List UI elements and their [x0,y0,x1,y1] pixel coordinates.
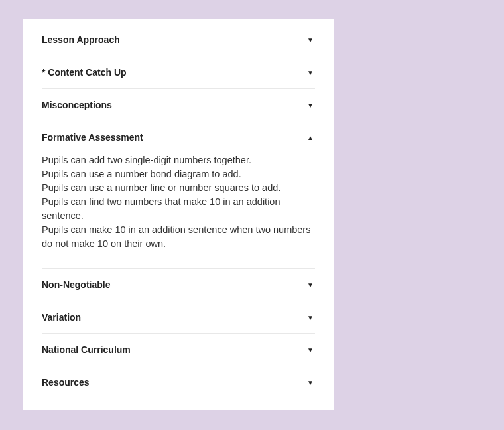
accordion-item-resources: Resources ▼ [42,366,315,398]
accordion-header-content-catch-up[interactable]: * Content Catch Up ▼ [42,56,315,88]
accordion-header-resources[interactable]: Resources ▼ [42,366,315,398]
chevron-down-icon: ▼ [307,281,314,289]
accordion-item-lesson-approach: Lesson Approach ▼ [42,24,315,56]
accordion-title: Lesson Approach [42,35,120,45]
content-line: Pupils can use a number bond diagram to … [42,167,315,181]
accordion-header-national-curriculum[interactable]: National Curriculum ▼ [42,334,315,366]
accordion-header-misconceptions[interactable]: Misconceptions ▼ [42,89,315,121]
accordion-title: Variation [42,312,81,322]
accordion-header-non-negotiable[interactable]: Non-Negotiable ▼ [42,269,315,301]
chevron-down-icon: ▼ [307,69,314,76]
chevron-down-icon: ▼ [307,36,314,44]
chevron-down-icon: ▼ [307,102,314,109]
accordion-item-national-curriculum: National Curriculum ▼ [42,334,315,366]
accordion-panel: Lesson Approach ▼ * Content Catch Up ▼ M… [23,19,334,410]
accordion-title: National Curriculum [42,344,131,355]
accordion-item-content-catch-up: * Content Catch Up ▼ [42,56,315,89]
chevron-down-icon: ▼ [307,379,314,386]
content-line: Pupils can find two numbers that make 10… [42,195,315,223]
content-line: Pupils can make 10 in an addition senten… [42,223,315,251]
accordion-header-formative-assessment[interactable]: Formative Assessment ▲ [42,121,315,153]
chevron-up-icon: ▲ [307,134,314,141]
content-line: Pupils can add two single-digit numbers … [42,153,315,167]
chevron-down-icon: ▼ [307,314,314,321]
accordion-content-formative-assessment: Pupils can add two single-digit numbers … [42,153,315,268]
accordion-title: Formative Assessment [42,132,143,143]
accordion-header-variation[interactable]: Variation ▼ [42,301,315,333]
accordion-title: Resources [42,377,90,388]
accordion-item-misconceptions: Misconceptions ▼ [42,89,315,121]
content-line: Pupils can use a number line or number s… [42,181,315,195]
accordion-title: * Content Catch Up [42,67,127,78]
accordion-item-variation: Variation ▼ [42,301,315,334]
accordion-title: Non-Negotiable [42,279,110,290]
chevron-down-icon: ▼ [307,346,314,354]
accordion-header-lesson-approach[interactable]: Lesson Approach ▼ [42,24,315,56]
accordion-item-formative-assessment: Formative Assessment ▲ Pupils can add tw… [42,121,315,269]
accordion-item-non-negotiable: Non-Negotiable ▼ [42,269,315,301]
accordion-title: Misconceptions [42,100,112,110]
